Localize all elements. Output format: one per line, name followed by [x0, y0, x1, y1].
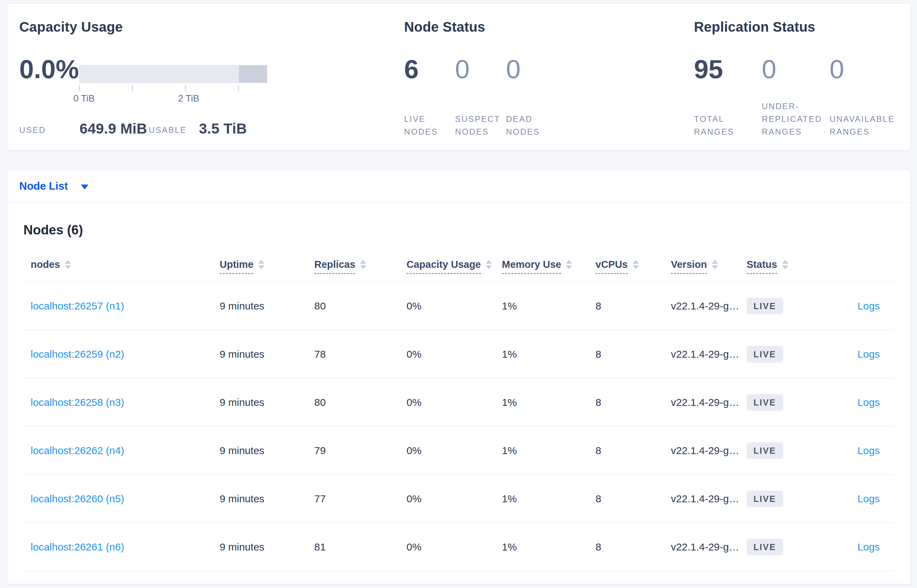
under-replicated-ranges-label: UNDER-REPLICATED RANGES	[762, 100, 830, 138]
table-row: localhost:26257 (n1) 9 minutes 80 0% 1% …	[23, 282, 894, 330]
chevron-down-icon	[81, 184, 89, 189]
column-header-vcpus[interactable]: vCPUs	[596, 258, 671, 270]
sort-icon[interactable]	[566, 260, 572, 269]
table-row: localhost:26262 (n4) 9 minutes 79 0% 1% …	[23, 426, 894, 474]
sort-icon[interactable]	[712, 260, 718, 269]
dead-nodes-value: 0	[506, 55, 557, 83]
logs-link[interactable]: Logs	[857, 541, 880, 552]
capacity-cell: 0%	[407, 445, 502, 457]
status-badge: LIVE	[747, 443, 783, 459]
used-label: USED	[19, 125, 46, 135]
status-badge: LIVE	[747, 298, 783, 314]
vcpus-cell: 8	[596, 348, 671, 360]
status-badge: LIVE	[747, 491, 783, 507]
replicas-cell: 77	[314, 493, 407, 505]
sort-icon[interactable]	[782, 260, 788, 269]
node-link[interactable]: localhost:26260 (n5)	[31, 493, 124, 504]
replicas-cell: 79	[314, 445, 407, 457]
dead-nodes-label: DEAD NODES	[506, 113, 557, 138]
unavailable-ranges-stat: 0 UNAVAILABLE RANGES	[830, 55, 898, 138]
uptime-cell: 9 minutes	[220, 541, 314, 553]
node-link[interactable]: localhost:26259 (n2)	[31, 348, 124, 360]
logs-link[interactable]: Logs	[857, 445, 880, 456]
cluster-summary-card: Capacity Usage 0.0% 0 TiB 2 TiB USED 649…	[7, 3, 911, 150]
capacity-bar-segment	[239, 65, 267, 83]
node-link[interactable]: localhost:26262 (n4)	[31, 445, 124, 456]
node-list-card: Node List Nodes (6) nodes Uptime Replica…	[7, 170, 911, 584]
table-heading: Nodes (6)	[23, 222, 894, 237]
memory-cell: 1%	[502, 445, 596, 457]
uptime-cell: 9 minutes	[220, 493, 314, 505]
replicas-cell: 80	[314, 300, 407, 312]
view-selector[interactable]: Node List	[7, 170, 911, 203]
column-header-capacity-usage[interactable]: Capacity Usage	[407, 258, 502, 270]
under-replicated-ranges-stat: 0 UNDER-REPLICATED RANGES	[762, 55, 830, 138]
memory-cell: 1%	[502, 348, 596, 360]
sort-icon[interactable]	[65, 260, 71, 269]
axis-tick	[185, 85, 186, 91]
axis-tick-label: 2 TiB	[178, 93, 199, 104]
version-cell: v22.1.4-29-g…	[671, 445, 747, 457]
capacity-bar-track	[79, 65, 267, 83]
column-header-status[interactable]: Status	[747, 258, 822, 270]
axis-tick	[238, 85, 239, 91]
sort-icon[interactable]	[360, 260, 366, 269]
vcpus-cell: 8	[596, 493, 671, 505]
node-link[interactable]: localhost:26257 (n1)	[31, 300, 124, 312]
node-link[interactable]: localhost:26261 (n6)	[31, 541, 124, 552]
live-nodes-stat: 6 LIVE NODES	[404, 55, 455, 138]
logs-link[interactable]: Logs	[857, 493, 880, 504]
version-cell: v22.1.4-29-g…	[671, 348, 747, 360]
capacity-percent-value: 0.0%	[19, 55, 79, 103]
vcpus-cell: 8	[596, 300, 671, 312]
capacity-cell: 0%	[407, 348, 502, 360]
logs-link[interactable]: Logs	[857, 397, 880, 408]
vcpus-cell: 8	[596, 445, 671, 457]
table-body: localhost:26257 (n1) 9 minutes 80 0% 1% …	[23, 282, 894, 571]
status-badge: LIVE	[747, 394, 783, 411]
axis-tick	[132, 85, 133, 91]
node-status-title: Node Status	[404, 18, 666, 36]
table-row: localhost:26261 (n6) 9 minutes 81 0% 1% …	[23, 523, 894, 571]
memory-cell: 1%	[502, 493, 596, 505]
axis-tick-label: 0 TiB	[73, 93, 95, 104]
capacity-cell: 0%	[407, 300, 502, 312]
replication-status-section: Replication Status 95 TOTAL RANGES 0 UND…	[694, 18, 907, 138]
uptime-cell: 9 minutes	[220, 445, 314, 457]
column-header-memory-use[interactable]: Memory Use	[502, 258, 596, 270]
sort-icon[interactable]	[258, 260, 264, 269]
usable-label: USABLE	[149, 125, 187, 135]
total-ranges-stat: 95 TOTAL RANGES	[694, 55, 762, 138]
sort-icon[interactable]	[486, 260, 492, 269]
column-header-nodes[interactable]: nodes	[23, 258, 220, 270]
vcpus-cell: 8	[596, 397, 671, 408]
suspect-nodes-label: SUSPECT NODES	[455, 113, 506, 138]
column-header-replicas[interactable]: Replicas	[314, 258, 407, 270]
table-header-row: nodes Uptime Replicas Capacity Usage Mem…	[23, 247, 894, 282]
replicas-cell: 81	[314, 541, 407, 553]
logs-link[interactable]: Logs	[857, 348, 880, 360]
uptime-cell: 9 minutes	[220, 300, 314, 312]
suspect-nodes-value: 0	[455, 55, 506, 83]
table-row: localhost:26260 (n5) 9 minutes 77 0% 1% …	[23, 474, 894, 523]
sort-icon[interactable]	[633, 260, 639, 269]
table-row: localhost:26258 (n3) 9 minutes 80 0% 1% …	[23, 378, 894, 426]
node-status-section: Node Status 6 LIVE NODES 0 SUSPECT NODES…	[404, 18, 666, 138]
version-cell: v22.1.4-29-g…	[671, 397, 747, 408]
replicas-cell: 78	[314, 348, 407, 360]
total-ranges-value: 95	[694, 55, 762, 83]
used-value: 649.9 MiB	[79, 121, 147, 137]
version-cell: v22.1.4-29-g…	[671, 300, 747, 312]
column-header-uptime[interactable]: Uptime	[220, 258, 314, 270]
logs-link[interactable]: Logs	[857, 300, 880, 312]
column-header-version[interactable]: Version	[671, 258, 747, 270]
suspect-nodes-stat: 0 SUSPECT NODES	[455, 55, 506, 138]
uptime-cell: 9 minutes	[220, 397, 314, 408]
view-selector-label[interactable]: Node List	[19, 180, 68, 192]
replicas-cell: 80	[314, 397, 407, 408]
usable-value: 3.5 TiB	[199, 121, 247, 137]
status-badge: LIVE	[747, 539, 783, 555]
node-link[interactable]: localhost:26258 (n3)	[31, 397, 124, 408]
replication-status-title: Replication Status	[694, 18, 907, 36]
axis-tick	[79, 85, 80, 91]
